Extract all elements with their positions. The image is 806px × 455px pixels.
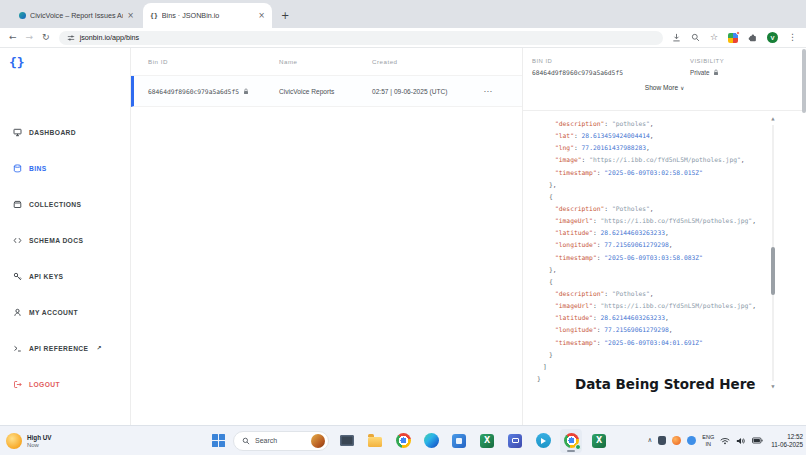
code-line: "longitude": 77.21569061279298, [537,239,756,251]
close-tab-icon[interactable]: × [258,12,265,20]
taskbar-store-icon[interactable] [448,429,470,453]
visibility-value: Private [690,69,724,76]
sidebar-item-api-reference[interactable]: API REFERENCE ↗ [0,330,130,366]
extensions-puzzle-icon[interactable] [748,33,757,42]
wifi-icon[interactable] [720,437,730,445]
language-indicator[interactable]: ENG IN [702,434,714,446]
code-line: { [537,191,756,203]
volume-icon[interactable] [736,437,746,445]
taskbar-sheets-icon[interactable]: X [588,429,610,453]
scrollbar-thumb[interactable] [771,247,775,295]
browser-tab-strip: CivicVoice – Report Issues Ano × {} Bins… [0,0,806,28]
forward-button[interactable]: → [26,33,34,42]
sidebar-item-label: BINS [29,165,47,172]
lock-icon [713,69,719,76]
row-menu-button[interactable]: ⋯ [484,87,493,96]
sidebar-item-logout[interactable]: LOGOUT [0,366,130,402]
sidebar-item-dashboard[interactable]: DASHBOARD [0,114,130,150]
code-line: "imageUrl": "https://i.ibb.co/fYd5nL5M/p… [537,300,756,312]
clock-widget[interactable]: 12:52 11-06-2025 [771,433,803,449]
extension-notification-icon[interactable] [728,33,738,43]
sidebar-item-collections[interactable]: COLLECTIONS [0,186,130,222]
code-line: "latitude": 28.62144603263233, [537,227,756,239]
show-more-label: Show More [645,84,678,91]
taskbar-chrome-active-icon[interactable] [560,429,582,453]
sidebar-item-label: DASHBOARD [29,129,76,136]
external-link-icon: ↗ [96,345,101,351]
tray-shield-icon[interactable] [658,436,666,445]
sun-icon [6,433,22,449]
tab-jsonbin[interactable]: {} Bins · JSONBin.io × [143,3,272,28]
visibility-block: VISIBILITY Private [690,58,724,76]
address-bar[interactable]: jsonbin.io/app/bins [59,31,663,45]
windows-taskbar: High UV Now Search X X [0,425,806,455]
civicvoice-favicon-icon [19,12,26,19]
downloads-icon[interactable] [672,33,681,42]
notification-badge [575,444,581,450]
bin-table-row[interactable]: 68464d9f8960c979a5a6d5f5 CivicVoice Repo… [131,76,522,107]
browser-menu-icon[interactable]: ⋮ [788,33,797,42]
search-icon [242,437,250,445]
column-bin-id: Bin ID [131,58,279,65]
back-button[interactable]: ← [9,33,17,42]
bin-id-block: BIN ID 68464d9f8960c979a5a6d5f5 [532,58,690,76]
page-scrollbar[interactable] [801,48,806,425]
jsonbin-app: {} DASHBOARD BINS COLLECTIONS SCHEMA DOC… [0,48,806,425]
hidden-icons-chevron[interactable]: ∧ [648,437,653,444]
search-highlight-icon[interactable] [311,434,325,448]
search-icon[interactable] [691,33,700,42]
code-line: "lat": 28.613459424004414, [537,130,756,142]
sidebar-item-label: API REFERENCE [29,345,88,352]
code-line: "image": "https://i.ibb.co/fYd5nL5M/poth… [537,154,756,166]
close-tab-icon[interactable]: × [127,12,134,20]
taskbar-apps: X X [336,429,610,453]
taskbar-search[interactable]: Search [233,431,329,451]
scroll-down-icon[interactable]: ▼ [769,385,777,389]
bookmark-star-icon[interactable]: ☆ [710,33,718,42]
taskbar-chrome-icon[interactable] [392,429,414,453]
code-line: }, [537,179,756,191]
taskbar-telegram-icon[interactable] [532,429,554,453]
new-tab-button[interactable]: + [281,11,289,21]
sidebar-item-bins[interactable]: BINS [0,150,130,186]
jsonbin-favicon-icon: {} [150,12,158,20]
start-button[interactable] [212,434,226,448]
bin-created-cell: 02:57 | 09-06-2025 (UTC) ⋯ [372,87,522,96]
sidebar-item-schema-docs[interactable]: SCHEMA DOCS [0,222,130,258]
sidebar-item-label: SCHEMA DOCS [29,237,83,244]
profile-avatar[interactable]: V [767,32,778,43]
code-line: "lng": 77.20161437988283, [537,142,756,154]
sidebar-item-api-keys[interactable]: API KEYS [0,258,130,294]
logout-icon [13,380,22,389]
taskbar-excel-icon[interactable]: X [476,429,498,453]
code-line: { [537,276,756,288]
weather-subtext: Now [27,442,52,448]
sidebar-item-my-account[interactable]: MY ACCOUNT [0,294,130,330]
show-more-button[interactable]: Show More∨ [523,84,806,92]
browser-toolbar: ← → ↻ jsonbin.io/app/bins ☆ V ⋮ [0,28,806,48]
site-settings-icon[interactable] [67,34,75,42]
bin-id-text: 68464d9f8960c979a5a6d5f5 [148,88,239,95]
code-line: "timestamp": "2025-06-09T03:03:58.083Z" [537,252,756,264]
bins-table-header: Bin ID Name Created [131,48,522,76]
page-scrollbar-thumb[interactable] [802,49,806,113]
code-brackets-icon [13,236,22,245]
tray-app-orange-icon[interactable] [672,436,681,445]
tray-app-blue-icon[interactable] [687,436,696,445]
taskbar-edge-icon[interactable] [420,429,442,453]
weather-widget[interactable]: High UV Now [6,433,52,449]
bin-name-cell: CivicVoice Reports [279,88,372,95]
battery-icon[interactable] [752,437,763,444]
taskbar-file-explorer-icon[interactable] [364,429,386,453]
tab-civicvoice[interactable]: CivicVoice – Report Issues Ano × [12,3,141,28]
scroll-up-icon[interactable]: ▲ [769,117,777,121]
dashboard-icon [13,128,22,137]
taskbar-word-icon[interactable] [504,429,526,453]
clock-date: 11-06-2025 [771,441,803,449]
region-code: IN [702,441,714,447]
column-name: Name [279,58,372,65]
taskbar-terminal-icon[interactable] [336,429,358,453]
reload-button[interactable]: ↻ [42,33,50,42]
jsonbin-logo[interactable]: {} [9,55,25,70]
code-line: "timestamp": "2025-06-09T03:02:58.015Z" [537,167,756,179]
